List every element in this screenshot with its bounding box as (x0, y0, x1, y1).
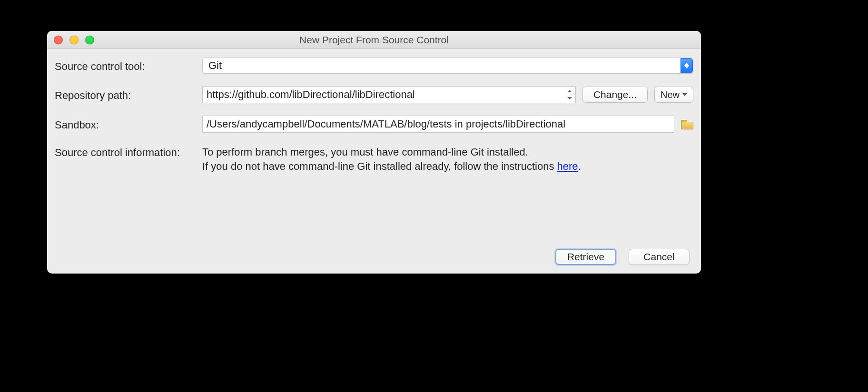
dropdown-arrows-icon (681, 58, 693, 73)
zoom-icon[interactable] (85, 35, 94, 44)
new-button[interactable]: New (654, 87, 693, 103)
sandbox-value: /Users/andycampbell/Documents/MATLAB/blo… (207, 118, 565, 130)
svg-marker-2 (567, 90, 572, 92)
row-sandbox: Sandbox: /Users/andycampbell/Documents/M… (55, 116, 693, 133)
repository-path-input[interactable]: https://github.com/libDirectional/libDir… (202, 86, 576, 103)
retrieve-button[interactable]: Retrieve (555, 249, 616, 265)
source-control-tool-select[interactable]: Git (202, 58, 693, 74)
dialog-footer: Retrieve Cancel (55, 249, 693, 274)
row-source-control-information: Source control information: To perform b… (55, 145, 693, 174)
dialog-content: Source control tool: Git Repository path… (47, 49, 701, 274)
sandbox-input[interactable]: /Users/andycampbell/Documents/MATLAB/blo… (202, 116, 674, 133)
info-line-2: If you do not have command-line Git inst… (202, 159, 693, 174)
label-source-control-tool: Source control tool: (55, 59, 202, 73)
combobox-stepper-icon[interactable] (565, 88, 574, 102)
window-controls (54, 35, 94, 44)
label-sandbox: Sandbox: (55, 118, 202, 131)
source-control-tool-value: Git (203, 59, 227, 72)
window-title: New Project From Source Control (299, 34, 449, 46)
row-repository-path: Repository path: https://github.com/libD… (55, 86, 693, 103)
close-icon[interactable] (54, 35, 63, 44)
repository-path-value: https://github.com/libDirectional/libDir… (207, 88, 415, 101)
change-button[interactable]: Change... (582, 87, 648, 103)
chevron-down-icon (682, 93, 687, 96)
browse-folder-icon[interactable] (681, 119, 693, 129)
info-line-1: To perform branch merges, you must have … (202, 145, 693, 159)
instructions-link[interactable]: here (557, 160, 578, 172)
titlebar: New Project From Source Control (47, 31, 701, 49)
cancel-button[interactable]: Cancel (629, 249, 690, 265)
label-source-control-information: Source control information: (55, 145, 202, 159)
row-source-control-tool: Source control tool: Git (55, 58, 693, 74)
svg-marker-3 (567, 97, 572, 99)
svg-marker-1 (684, 66, 689, 69)
label-repository-path: Repository path: (55, 88, 202, 102)
dialog-window: New Project From Source Control Source c… (47, 31, 701, 274)
minimize-icon[interactable] (69, 35, 79, 44)
